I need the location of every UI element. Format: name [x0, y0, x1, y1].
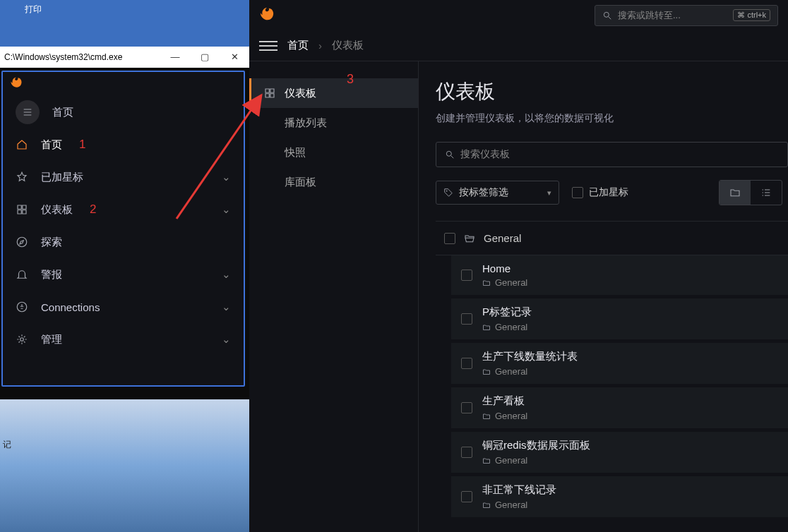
dashboard-title: 非正常下线记录 — [482, 483, 556, 497]
subnav-item[interactable]: 快照 — [249, 138, 418, 167]
tag-filter-dropdown[interactable]: 按标签筛选 ▾ — [436, 181, 559, 205]
search-icon — [445, 150, 455, 159]
folder-open-icon — [464, 233, 475, 244]
sidebar-item-label: 警报 — [41, 268, 62, 282]
dashboard-row[interactable]: HomeGeneral — [451, 255, 788, 296]
folder-row-general[interactable]: General — [436, 222, 788, 255]
dashboard-row[interactable]: P标签记录General — [451, 298, 788, 340]
sidebar-item-star[interactable]: 已加星标⌄ — [3, 161, 244, 193]
sidebar-menu-toggle[interactable]: 首页 — [3, 96, 244, 128]
checkbox[interactable] — [461, 402, 472, 413]
dashboard-folder: General — [482, 411, 527, 421]
dashboard-search-input[interactable]: 搜索仪表板 — [436, 142, 788, 167]
svg-point-4 — [604, 12, 609, 17]
cmd-title-text: C:\Windows\system32\cmd.exe — [0, 52, 160, 62]
dashboard-row[interactable]: 铜冠redis数据展示面板General — [451, 432, 788, 473]
grafana-logo-icon — [10, 76, 23, 92]
breadcrumb-separator: › — [318, 40, 322, 52]
subnav-item[interactable]: 库面板 — [249, 167, 418, 197]
wallpaper-icon-label: 记 — [3, 439, 11, 451]
annotation-number: 2 — [90, 202, 96, 217]
gridsm-icon — [263, 87, 276, 99]
chevron-down-icon: ▾ — [547, 188, 551, 198]
sidebar-item-home[interactable]: 首页1 — [3, 128, 244, 161]
grid-icon — [16, 203, 28, 216]
subnav-label: 快照 — [285, 146, 306, 159]
breadcrumb-home[interactable]: 首页 — [287, 39, 309, 52]
checkbox[interactable] — [444, 233, 455, 244]
sidebar-item-label: 探索 — [41, 236, 62, 249]
sidebar-item-label: 管理 — [41, 333, 62, 346]
dashboard-search-placeholder: 搜索仪表板 — [460, 148, 510, 161]
sidebar-item-grid[interactable]: 仪表板2⌄ — [3, 193, 244, 226]
page-content: 仪表板 创建并管理仪表板，以将您的数据可视化 搜索仪表板 按标签筛选 ▾ 已加星… — [419, 61, 788, 532]
subnav-label: 播放列表 — [285, 116, 327, 130]
chevron-down-icon: ⌄ — [222, 171, 231, 183]
grafana-logo-icon[interactable] — [259, 6, 275, 25]
view-mode-toggle — [719, 180, 782, 205]
svg-line-7 — [451, 156, 454, 159]
svg-point-2 — [20, 338, 24, 341]
sidebar-toggle-button[interactable] — [259, 41, 277, 51]
sidebar-item-compass[interactable]: 探索 — [3, 226, 244, 258]
section-subnav: 仪表板播放列表快照库面板 — [249, 61, 419, 532]
sidebar-item-gear[interactable]: 管理⌄ — [3, 323, 244, 356]
cmd-titlebar[interactable]: C:\Windows\system32\cmd.exe — ▢ ✕ — [0, 47, 249, 68]
svg-point-6 — [446, 151, 451, 156]
sidebar-item-label: Connections — [41, 301, 100, 313]
dashboard-title: 铜冠redis数据展示面板 — [482, 439, 590, 452]
cmd-close-button[interactable]: ✕ — [220, 47, 249, 68]
subnav-label: 库面板 — [285, 176, 316, 189]
dashboard-row[interactable]: 生产下线数量统计表General — [451, 343, 788, 385]
subnav-item[interactable]: 仪表板 — [249, 78, 418, 108]
view-folder-button[interactable] — [720, 181, 751, 205]
desktop-wallpaper — [0, 399, 249, 532]
grafana-sidebar-popup: 首页 首页1已加星标⌄仪表板2⌄探索警报⌄Connections⌄管理⌄ — [1, 71, 245, 387]
chevron-down-icon: ⌄ — [222, 268, 231, 281]
tag-icon — [443, 188, 453, 198]
checkbox[interactable] — [461, 270, 472, 281]
dashboard-folder-list: General HomeGeneralP标签记录General生产下线数量统计表… — [436, 221, 788, 518]
shortcut-hint: ⌘ ctrl+k — [733, 9, 770, 21]
home-icon — [16, 138, 28, 151]
cmd-minimize-button[interactable]: — — [160, 47, 190, 68]
annotation-number: 1 — [79, 138, 85, 152]
subnav-item[interactable]: 播放列表 — [249, 108, 418, 138]
plug-icon — [16, 301, 28, 313]
folder-icon — [482, 412, 491, 421]
svg-point-0 — [17, 237, 27, 247]
dashboard-folder: General — [482, 500, 556, 510]
sidebar-item-label: 首页 — [41, 138, 62, 152]
sidebar-item-bell[interactable]: 警报⌄ — [3, 258, 244, 291]
dashboard-row[interactable]: 生产看板General — [451, 387, 788, 429]
checkbox[interactable] — [461, 358, 472, 369]
desktop-shortcut-print[interactable]: 打印 — [25, 4, 42, 16]
gear-icon — [16, 333, 28, 346]
checkbox[interactable] — [461, 491, 472, 502]
breadcrumb: 首页 › 仪表板 — [249, 30, 788, 61]
filter-row: 按标签筛选 ▾ 已加星标 — [436, 180, 788, 205]
svg-point-1 — [17, 302, 27, 312]
starred-filter-checkbox[interactable]: 已加星标 — [572, 186, 628, 199]
folder-icon — [729, 187, 741, 198]
hamburger-icon — [16, 100, 40, 124]
search-icon — [602, 11, 612, 20]
global-search-input[interactable]: 搜索或跳转至... ⌘ ctrl+k — [595, 5, 778, 26]
dashboard-title: 生产看板 — [482, 394, 527, 408]
dashboard-folder: General — [482, 322, 532, 332]
view-list-button[interactable] — [751, 181, 782, 205]
svg-point-8 — [446, 191, 448, 192]
sidebar-menu-label: 首页 — [52, 106, 73, 119]
cmd-maximize-button[interactable]: ▢ — [190, 47, 220, 68]
dashboard-row[interactable]: 非正常下线记录General — [451, 476, 788, 518]
dashboard-folder: General — [482, 455, 590, 466]
checkbox[interactable] — [461, 447, 472, 458]
sidebar-item-plug[interactable]: Connections⌄ — [3, 291, 244, 323]
chevron-down-icon: ⌄ — [222, 333, 231, 346]
search-placeholder: 搜索或跳转至... — [618, 9, 681, 22]
checkbox[interactable] — [461, 313, 472, 325]
list-icon — [760, 187, 772, 198]
compass-icon — [16, 236, 28, 248]
grafana-main-app: 搜索或跳转至... ⌘ ctrl+k 首页 › 仪表板 仪表板播放列表快照库面板… — [249, 0, 788, 532]
breadcrumb-current: 仪表板 — [332, 39, 364, 52]
